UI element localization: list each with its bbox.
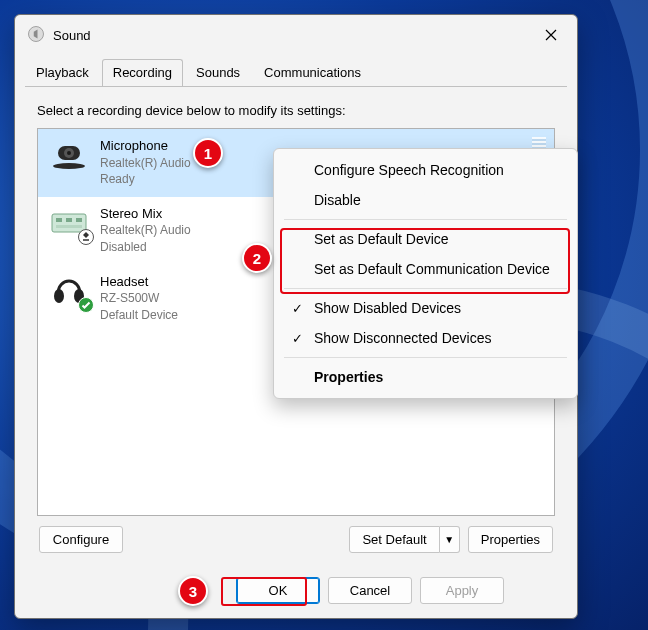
device-driver: RZ-S500W bbox=[100, 290, 178, 306]
disabled-overlay-icon bbox=[78, 229, 94, 245]
device-name: Microphone bbox=[100, 137, 191, 155]
webcam-mic-icon bbox=[48, 137, 90, 173]
window-title: Sound bbox=[53, 28, 523, 43]
ok-button[interactable]: OK bbox=[236, 577, 320, 604]
sound-icon bbox=[27, 25, 45, 46]
menu-separator bbox=[284, 219, 567, 220]
apply-button[interactable]: Apply bbox=[420, 577, 504, 604]
menu-properties[interactable]: Properties bbox=[274, 362, 577, 392]
close-button[interactable] bbox=[531, 21, 571, 49]
instruction-text: Select a recording device below to modif… bbox=[37, 103, 555, 118]
checkmark-icon: ✓ bbox=[288, 331, 306, 346]
configure-button[interactable]: Configure bbox=[39, 526, 123, 553]
svg-point-1 bbox=[53, 163, 85, 169]
menu-disable[interactable]: Disable bbox=[274, 185, 577, 215]
svg-rect-7 bbox=[66, 218, 72, 222]
menu-configure-speech[interactable]: Configure Speech Recognition bbox=[274, 155, 577, 185]
menu-set-default-comm-device[interactable]: Set as Default Communication Device bbox=[274, 254, 577, 284]
device-name: Stereo Mix bbox=[100, 205, 191, 223]
menu-show-disconnected[interactable]: ✓Show Disconnected Devices bbox=[274, 323, 577, 353]
tab-sounds[interactable]: Sounds bbox=[185, 59, 251, 86]
headset-icon bbox=[48, 273, 90, 309]
default-check-icon bbox=[78, 297, 94, 313]
svg-point-11 bbox=[54, 289, 64, 303]
svg-rect-9 bbox=[56, 225, 82, 228]
tab-playback[interactable]: Playback bbox=[25, 59, 100, 86]
menu-set-default-device[interactable]: Set as Default Device bbox=[274, 224, 577, 254]
svg-rect-6 bbox=[56, 218, 62, 222]
titlebar: Sound bbox=[15, 15, 577, 55]
tab-recording[interactable]: Recording bbox=[102, 59, 183, 86]
tab-communications[interactable]: Communications bbox=[253, 59, 372, 86]
device-driver: Realtek(R) Audio bbox=[100, 155, 191, 171]
properties-button[interactable]: Properties bbox=[468, 526, 553, 553]
cancel-button[interactable]: Cancel bbox=[328, 577, 412, 604]
menu-separator bbox=[284, 288, 567, 289]
device-status: Ready bbox=[100, 171, 191, 187]
device-driver: Realtek(R) Audio bbox=[100, 222, 191, 238]
soundcard-icon bbox=[48, 205, 90, 241]
menu-show-disabled[interactable]: ✓Show Disabled Devices bbox=[274, 293, 577, 323]
set-default-dropdown[interactable]: ▼ bbox=[440, 526, 460, 553]
set-default-split-button[interactable]: Set Default ▼ bbox=[349, 526, 459, 553]
set-default-button[interactable]: Set Default bbox=[349, 526, 439, 553]
device-status: Default Device bbox=[100, 307, 178, 323]
svg-point-4 bbox=[67, 151, 71, 155]
device-status: Disabled bbox=[100, 239, 191, 255]
device-context-menu: Configure Speech Recognition Disable Set… bbox=[273, 148, 578, 399]
svg-rect-8 bbox=[76, 218, 82, 222]
tab-strip: Playback Recording Sounds Communications bbox=[15, 55, 577, 86]
pane-button-row: Configure Set Default ▼ Properties bbox=[37, 516, 555, 553]
dialog-button-row: OK Cancel Apply bbox=[15, 569, 577, 618]
close-icon bbox=[545, 29, 557, 41]
menu-separator bbox=[284, 357, 567, 358]
checkmark-icon: ✓ bbox=[288, 301, 306, 316]
device-name: Headset bbox=[100, 273, 178, 291]
chevron-down-icon: ▼ bbox=[444, 534, 454, 545]
